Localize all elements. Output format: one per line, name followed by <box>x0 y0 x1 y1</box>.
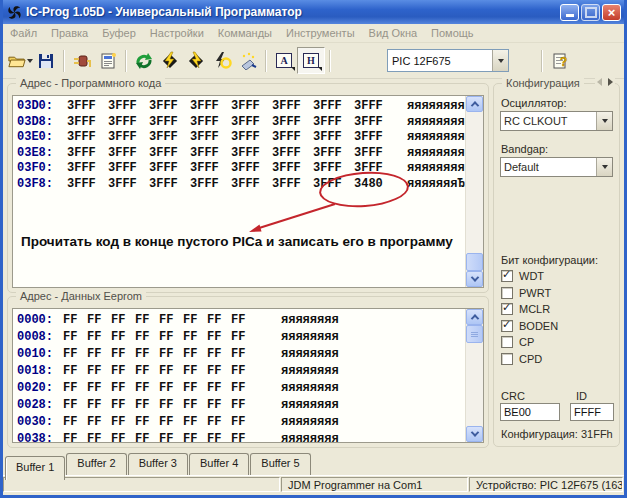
hex-cell[interactable]: 3FFF <box>231 99 272 115</box>
hex-cell[interactable]: 3FFF <box>190 130 231 146</box>
hardware-settings-button[interactable] <box>69 48 95 73</box>
hex-cell[interactable]: 3FFF <box>108 99 149 115</box>
hex-cell[interactable]: FF <box>111 431 135 442</box>
hex-cell[interactable]: 3FFF <box>272 115 313 131</box>
tab-buffer-1[interactable]: Buffer 1 <box>5 456 65 480</box>
menu-item-tools[interactable]: Инструменты <box>279 26 362 40</box>
hex-cell[interactable]: FF <box>135 312 159 329</box>
hex-cell[interactable]: FF <box>231 346 255 363</box>
ascii-cell[interactable]: яяяяяяяя <box>407 146 465 160</box>
hex-cell[interactable]: 3FFF <box>231 161 272 177</box>
scroll-track[interactable] <box>466 325 483 426</box>
code-scrollbar[interactable] <box>465 96 483 287</box>
hex-cell[interactable]: FF <box>231 312 255 329</box>
hex-cell[interactable]: 3FFF <box>67 130 108 146</box>
hex-cell[interactable]: FF <box>207 329 231 346</box>
hex-cell[interactable]: FF <box>135 380 159 397</box>
hex-cell[interactable]: FF <box>207 346 231 363</box>
hex-cell[interactable]: 3FFF <box>67 115 108 131</box>
hex-cell[interactable]: FF <box>63 329 87 346</box>
id-field[interactable]: FFFF <box>570 403 614 421</box>
hex-cell[interactable]: 3FFF <box>67 146 108 162</box>
hex-cell[interactable]: FF <box>135 414 159 431</box>
hex-cell[interactable]: FF <box>159 312 183 329</box>
hex-cell[interactable]: 3FFF <box>190 146 231 162</box>
hex-cell[interactable]: FF <box>159 380 183 397</box>
ascii-cell[interactable]: яяяяяяяя <box>281 381 339 395</box>
hex-cell[interactable]: FF <box>207 431 231 442</box>
hex-cell[interactable]: FF <box>63 380 87 397</box>
menu-item-edit[interactable]: Правка <box>44 26 95 40</box>
menu-item-view-window[interactable]: Вид Окна <box>362 26 425 40</box>
hex-cell[interactable]: FF <box>207 363 231 380</box>
checkbox-mclr[interactable] <box>501 303 513 315</box>
hex-cell[interactable]: FF <box>63 431 87 442</box>
ascii-cell[interactable]: яяяяяяяя <box>281 364 339 378</box>
hex-cell[interactable]: 3FFF <box>108 177 149 193</box>
ascii-cell[interactable]: яяяяяяяя <box>281 415 339 429</box>
hex-cell[interactable]: FF <box>135 346 159 363</box>
checkbox-boden[interactable] <box>501 320 513 332</box>
hex-cell[interactable]: 3FFF <box>149 115 190 131</box>
hex-cell[interactable]: 3FFF <box>190 177 231 193</box>
tab-buffer-5[interactable]: Buffer 5 <box>250 453 310 475</box>
hex-cell[interactable]: 3FFF <box>313 99 354 115</box>
tab-buffer-2[interactable]: Buffer 2 <box>66 453 126 475</box>
hex-cell[interactable]: 3FFF <box>231 146 272 162</box>
hex-cell[interactable]: 3FFF <box>67 99 108 115</box>
ascii-cell[interactable]: яяяяяяяЂ <box>407 177 465 191</box>
eeprom-memory-grid[interactable]: 0000:FFFFFFFFFFFFFFFFяяяяяяяя0008:FFFFFF… <box>13 309 465 442</box>
hex-cell[interactable]: FF <box>87 312 111 329</box>
hex-cell[interactable]: FF <box>135 363 159 380</box>
hex-cell[interactable]: FF <box>183 329 207 346</box>
hex-cell[interactable]: FF <box>207 312 231 329</box>
checkbox-wdt[interactable] <box>501 270 513 282</box>
hex-cell[interactable]: 3FFF <box>272 130 313 146</box>
hex-cell[interactable]: 3FFF <box>149 146 190 162</box>
hex-cell[interactable]: FF <box>87 329 111 346</box>
read-chip-button[interactable] <box>131 48 157 73</box>
hex-cell[interactable]: FF <box>135 431 159 442</box>
hex-cell[interactable]: 3FFF <box>272 99 313 115</box>
hex-cell[interactable]: FF <box>207 397 231 414</box>
hex-cell[interactable]: 3FFF <box>190 115 231 131</box>
blank-check-button[interactable] <box>235 48 261 73</box>
hex-cell[interactable]: FF <box>183 312 207 329</box>
tab-buffer-4[interactable]: Buffer 4 <box>189 453 249 475</box>
hex-cell[interactable]: FF <box>87 346 111 363</box>
hex-cell[interactable]: 3FFF <box>108 146 149 162</box>
hex-cell[interactable]: FF <box>231 363 255 380</box>
hex-cell[interactable]: FF <box>231 329 255 346</box>
hex-cell[interactable]: 3FFF <box>108 161 149 177</box>
ascii-cell[interactable]: яяяяяяяя <box>407 99 465 113</box>
device-options-button[interactable] <box>95 48 121 73</box>
scroll-down-button[interactable] <box>466 271 483 287</box>
hex-cell[interactable]: FF <box>87 363 111 380</box>
hex-cell[interactable]: 3FFF <box>354 146 395 162</box>
ascii-cell[interactable]: яяяяяяяя <box>407 161 465 175</box>
ascii-cell[interactable]: яяяяяяяя <box>407 130 465 144</box>
hex-cell[interactable]: 3FFF <box>313 146 354 162</box>
hex-cell[interactable]: FF <box>111 312 135 329</box>
ascii-cell[interactable]: яяяяяяяя <box>281 313 339 327</box>
scroll-thumb[interactable] <box>466 325 483 343</box>
maximize-button[interactable] <box>581 4 600 21</box>
checkbox-cp[interactable] <box>501 336 513 348</box>
hex-cell[interactable]: 3FFF <box>67 161 108 177</box>
ascii-cell[interactable]: яяяяяяяя <box>407 115 465 129</box>
verify-chip-button[interactable] <box>209 48 235 73</box>
hex-cell[interactable]: FF <box>231 414 255 431</box>
hex-cell[interactable]: 3FFF <box>354 99 395 115</box>
hex-cell[interactable]: FF <box>231 397 255 414</box>
hex-cell[interactable]: FF <box>183 414 207 431</box>
hex-cell[interactable]: 3FFF <box>108 115 149 131</box>
hex-cell[interactable]: FF <box>111 414 135 431</box>
ascii-cell[interactable]: яяяяяяяя <box>281 398 339 412</box>
scroll-track[interactable] <box>466 112 483 271</box>
hex-cell[interactable]: FF <box>111 329 135 346</box>
scroll-up-button[interactable] <box>466 96 483 112</box>
checkbox-cpd[interactable] <box>501 353 513 365</box>
hex-cell[interactable]: FF <box>159 363 183 380</box>
hex-cell[interactable]: FF <box>183 363 207 380</box>
close-button[interactable]: × <box>602 4 621 21</box>
